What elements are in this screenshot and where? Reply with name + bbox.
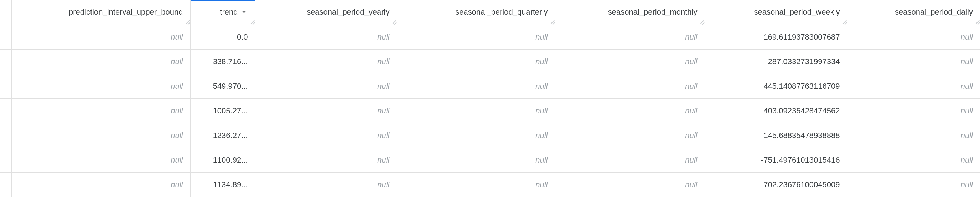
cell-trend[interactable]: 0.0 (190, 25, 255, 49)
cell-value: null (685, 106, 697, 115)
cell-value: null (377, 82, 389, 91)
column-resize-handle[interactable] (185, 19, 189, 24)
cell-seasonal_period_monthly[interactable]: null (555, 25, 705, 49)
cell-seasonal_period_weekly[interactable]: 169.61193783007687 (705, 25, 847, 49)
column-resize-handle[interactable] (699, 19, 704, 24)
cell-seasonal_period_quarterly[interactable]: null (397, 123, 555, 148)
cell-seasonal_period_yearly[interactable]: null (255, 25, 397, 49)
cell-value: null (961, 82, 973, 91)
cell-seasonal_period_daily[interactable]: null (847, 99, 980, 123)
cell-seasonal_period_yearly[interactable]: null (255, 172, 397, 197)
column-header-seasonal_period_quarterly[interactable]: seasonal_period_quarterly (397, 0, 555, 25)
cell-value: null (171, 131, 183, 140)
cell-seasonal_period_weekly[interactable]: 445.14087763116709 (705, 74, 847, 99)
cell-seasonal_period_quarterly[interactable]: null (397, 99, 555, 123)
column-header-seasonal_period_monthly[interactable]: seasonal_period_monthly (555, 0, 705, 25)
column-resize-handle[interactable] (842, 19, 846, 24)
column-resize-handle[interactable] (974, 19, 979, 24)
cell-value: null (535, 57, 547, 66)
column-resize-handle[interactable] (391, 19, 396, 24)
column-header-seasonal_period_yearly[interactable]: seasonal_period_yearly (255, 0, 397, 25)
cell-seasonal_period_weekly[interactable]: 403.09235428474562 (705, 99, 847, 123)
cell-trend[interactable]: 1005.27... (190, 99, 255, 123)
cell-value: null (535, 82, 547, 91)
cell-seasonal_period_monthly[interactable]: null (555, 148, 705, 172)
cell-value: null (535, 106, 547, 115)
cell-value: null (171, 32, 183, 41)
cell-prediction_interval_upper_bound[interactable]: null (11, 99, 190, 123)
column-header-trend[interactable]: trend (190, 0, 255, 25)
cell-value: 145.68835478938888 (764, 131, 840, 140)
cell-prediction_interval_upper_bound[interactable]: null (11, 74, 190, 99)
cell-value: null (961, 156, 973, 164)
cell-trend[interactable]: 338.716... (190, 49, 255, 74)
cell-value: 1236.27... (213, 131, 248, 140)
cell-value: 1134.89... (213, 180, 248, 189)
column-resize-handle[interactable] (249, 19, 255, 24)
cell-seasonal_period_weekly[interactable]: -751.49761013015416 (705, 148, 847, 172)
row-number-cell (0, 99, 11, 123)
column-label: trend (220, 8, 238, 17)
cell-seasonal_period_quarterly[interactable]: null (397, 148, 555, 172)
row-number-cell (0, 172, 11, 197)
cell-prediction_interval_upper_bound[interactable]: null (11, 148, 190, 172)
cell-value: 403.09235428474562 (764, 106, 840, 115)
cell-value: null (685, 180, 697, 189)
cell-prediction_interval_upper_bound[interactable]: null (11, 172, 190, 197)
cell-value: 287.0332731997334 (768, 57, 840, 66)
cell-value: null (377, 106, 389, 115)
sort-descending-icon[interactable] (240, 8, 248, 16)
column-label: prediction_interval_upper_bound (69, 8, 183, 17)
column-header-seasonal_period_daily[interactable]: seasonal_period_daily (847, 0, 980, 25)
column-label: seasonal_period_monthly (608, 8, 697, 17)
cell-value: 0.0 (237, 32, 248, 41)
cell-trend[interactable]: 1134.89... (190, 172, 255, 197)
row-number-cell (0, 25, 11, 49)
cell-seasonal_period_daily[interactable]: null (847, 25, 980, 49)
cell-seasonal_period_daily[interactable]: null (847, 49, 980, 74)
cell-value: null (377, 32, 389, 41)
cell-seasonal_period_weekly[interactable]: 287.0332731997334 (705, 49, 847, 74)
column-header-prediction_interval_upper_bound[interactable]: prediction_interval_upper_bound (11, 0, 190, 25)
column-header-seasonal_period_weekly[interactable]: seasonal_period_weekly (705, 0, 847, 25)
column-label: seasonal_period_weekly (754, 8, 840, 17)
cell-seasonal_period_yearly[interactable]: null (255, 74, 397, 99)
cell-seasonal_period_yearly[interactable]: null (255, 123, 397, 148)
row-number-cell (0, 123, 11, 148)
cell-seasonal_period_daily[interactable]: null (847, 74, 980, 99)
cell-value: 169.61193783007687 (764, 32, 840, 41)
cell-seasonal_period_monthly[interactable]: null (555, 99, 705, 123)
cell-seasonal_period_daily[interactable]: null (847, 172, 980, 197)
cell-trend[interactable]: 549.970... (190, 74, 255, 99)
cell-value: null (685, 57, 697, 66)
cell-seasonal_period_monthly[interactable]: null (555, 123, 705, 148)
row-number-cell (0, 74, 11, 99)
cell-seasonal_period_daily[interactable]: null (847, 123, 980, 148)
cell-value: null (685, 32, 697, 41)
cell-trend[interactable]: 1100.92... (190, 148, 255, 172)
cell-prediction_interval_upper_bound[interactable]: null (11, 123, 190, 148)
table-row: null1134.89...nullnullnull-702.236761000… (0, 172, 980, 197)
cell-seasonal_period_quarterly[interactable]: null (397, 172, 555, 197)
cell-seasonal_period_quarterly[interactable]: null (397, 49, 555, 74)
cell-seasonal_period_weekly[interactable]: 145.68835478938888 (705, 123, 847, 148)
cell-seasonal_period_weekly[interactable]: -702.23676100045009 (705, 172, 847, 197)
cell-prediction_interval_upper_bound[interactable]: null (11, 49, 190, 74)
cell-seasonal_period_quarterly[interactable]: null (397, 74, 555, 99)
column-resize-handle[interactable] (549, 19, 554, 24)
cell-seasonal_period_monthly[interactable]: null (555, 172, 705, 197)
cell-seasonal_period_monthly[interactable]: null (555, 49, 705, 74)
cell-seasonal_period_yearly[interactable]: null (255, 99, 397, 123)
table-row: null549.970...nullnullnull445.1408776311… (0, 74, 980, 99)
cell-prediction_interval_upper_bound[interactable]: null (11, 25, 190, 49)
cell-seasonal_period_daily[interactable]: null (847, 148, 980, 172)
cell-seasonal_period_quarterly[interactable]: null (397, 25, 555, 49)
cell-trend[interactable]: 1236.27... (190, 123, 255, 148)
cell-seasonal_period_yearly[interactable]: null (255, 148, 397, 172)
cell-seasonal_period_yearly[interactable]: null (255, 49, 397, 74)
cell-value: -751.49761013015416 (761, 156, 840, 164)
cell-value: null (171, 180, 183, 189)
header-row: prediction_interval_upper_bound trend se… (0, 0, 980, 25)
cell-seasonal_period_monthly[interactable]: null (555, 74, 705, 99)
cell-value: null (377, 57, 389, 66)
